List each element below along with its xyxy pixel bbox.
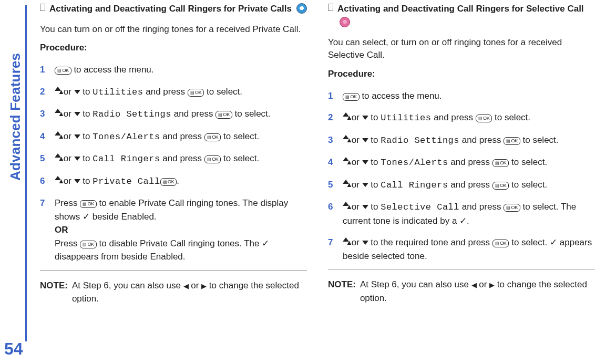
intro-text: You can select, or turn on or off ringin… bbox=[328, 36, 595, 61]
step-number: 3 bbox=[328, 133, 337, 148]
menu-name: Utilities bbox=[93, 87, 143, 97]
up-arrow-icon bbox=[55, 87, 61, 91]
text-period: . bbox=[177, 176, 179, 186]
note-text: At Step 6, you can also use bbox=[72, 280, 183, 290]
menu-name: Radio Settings bbox=[381, 136, 459, 145]
procedure-label: Procedure: bbox=[40, 43, 307, 53]
text-beside-enabled: beside Enabled. bbox=[90, 212, 157, 222]
section-heading-private: Activating and Deactivating Call Ringers… bbox=[40, 2, 307, 16]
text-to: to bbox=[80, 176, 93, 186]
text-and-press: and press bbox=[448, 157, 492, 167]
text-or: or bbox=[61, 109, 74, 119]
text-or: or bbox=[189, 280, 202, 290]
text-or: or bbox=[61, 176, 74, 186]
down-arrow-icon bbox=[74, 179, 80, 183]
text-or: or bbox=[349, 157, 362, 167]
ok-button-icon: OK bbox=[476, 115, 492, 122]
up-arrow-icon bbox=[55, 131, 61, 136]
text-or: or bbox=[349, 112, 362, 122]
text-to: to bbox=[80, 109, 93, 119]
note-block: NOTE: At Step 6, you can also use or to … bbox=[328, 278, 595, 305]
text-or: or bbox=[61, 87, 74, 97]
section-title-text: Activating and Deactivating Call Ringers… bbox=[49, 2, 307, 16]
text-period: . bbox=[467, 216, 469, 226]
note-body: At Step 6, you can also use or to change… bbox=[360, 278, 595, 305]
step-text: to access the menu. bbox=[360, 91, 442, 101]
step-7: 7 or to the required tone and press OK t… bbox=[328, 232, 595, 267]
text-or: or bbox=[349, 202, 362, 212]
step-number: 1 bbox=[328, 89, 337, 103]
two-column-layout: Activating and Deactivating Call Ringers… bbox=[40, 2, 595, 306]
ok-button-icon: OK bbox=[492, 182, 509, 190]
step-6: 6 or to Private CallOK. bbox=[40, 170, 307, 193]
bookmark-icon bbox=[328, 4, 333, 11]
step-2: 2 or to Utilities and press OK to select… bbox=[40, 81, 307, 103]
step-4: 4 or to Tones/Alerts and press OK to sel… bbox=[328, 151, 595, 174]
right-arrow-icon bbox=[201, 281, 207, 292]
up-arrow-icon bbox=[343, 112, 349, 117]
step-body: or to the required tone and press OK to … bbox=[343, 236, 595, 263]
text-disappears: disappears from beside Enabled. bbox=[55, 252, 186, 262]
ok-button-icon: OK bbox=[215, 111, 232, 119]
text-to-select: to select. bbox=[204, 87, 242, 97]
step-number: 3 bbox=[40, 107, 49, 121]
step-2: 2 or to Utilities and press OK to select… bbox=[328, 107, 595, 129]
up-arrow-icon bbox=[343, 202, 349, 206]
ok-button-icon: OK bbox=[188, 89, 204, 97]
down-arrow-icon bbox=[74, 134, 80, 139]
note-label: NOTE: bbox=[40, 279, 68, 306]
section-heading-selective: Activating and Deactivating Call Ringers… bbox=[328, 2, 595, 29]
step-number: 1 bbox=[40, 63, 49, 77]
up-arrow-icon bbox=[343, 237, 349, 242]
text-to: to bbox=[368, 135, 381, 145]
text-to: to bbox=[368, 202, 381, 212]
ok-button-icon: OK bbox=[80, 200, 97, 208]
text-and-press: and press bbox=[143, 87, 188, 97]
ok-button-icon: OK bbox=[492, 159, 509, 167]
menu-name: Utilities bbox=[381, 113, 431, 123]
note-body: At Step 6, you can also use or to change… bbox=[72, 279, 307, 306]
step-body: or to Tones/Alerts and press OK to selec… bbox=[55, 130, 307, 144]
ok-button-icon: OK bbox=[80, 241, 97, 248]
step-5: 5 or to Call Ringers and press OK to sel… bbox=[328, 174, 595, 196]
menu-name: Call Ringers bbox=[381, 180, 448, 190]
step-text: to access the menu. bbox=[71, 65, 154, 75]
down-arrow-icon bbox=[74, 157, 80, 161]
text-to: to bbox=[368, 112, 381, 122]
divider bbox=[40, 270, 307, 271]
check-icon bbox=[550, 237, 557, 247]
step-body: or to Utilities and press OK to select. bbox=[343, 111, 595, 125]
up-arrow-icon bbox=[343, 135, 349, 139]
down-arrow-icon bbox=[74, 112, 80, 116]
text-and-press: and press bbox=[448, 180, 492, 190]
title-label: Activating and Deactivating Call Ringers… bbox=[337, 4, 584, 14]
procedure-steps: 1 OK to access the menu. 2 or to Utiliti… bbox=[40, 58, 307, 268]
text-and-press: and press bbox=[432, 112, 476, 122]
text-or: or bbox=[349, 237, 362, 247]
step-body: or to Radio Settings and press OK to sel… bbox=[343, 133, 595, 148]
note-text: At Step 6, you can also use bbox=[360, 279, 471, 289]
text-to-select: to select. bbox=[492, 112, 530, 122]
menu-name: Call Ringers bbox=[93, 154, 160, 164]
page: Advanced Features 54 Activating and Deac… bbox=[0, 0, 616, 364]
down-arrow-icon bbox=[362, 241, 368, 245]
text-and-press: and press bbox=[459, 202, 504, 212]
text-to-select: to select. bbox=[232, 109, 271, 119]
left-column: Activating and Deactivating Call Ringers… bbox=[40, 2, 307, 306]
text-to-select: to select. bbox=[221, 131, 259, 141]
ok-button-icon: OK bbox=[492, 240, 509, 247]
title-label: Activating and Deactivating Call Ringers… bbox=[49, 4, 292, 14]
section-title-text: Activating and Deactivating Call Ringers… bbox=[337, 2, 595, 29]
menu-name: Private Call bbox=[93, 176, 160, 186]
step-number: 4 bbox=[328, 155, 337, 170]
step-3: 3 or to Radio Settings and press OK to s… bbox=[40, 103, 307, 126]
selective-call-icon bbox=[340, 17, 350, 27]
ok-button-icon: OK bbox=[504, 137, 520, 145]
down-arrow-icon bbox=[362, 116, 368, 120]
left-arrow-icon bbox=[183, 281, 189, 292]
page-number: 54 bbox=[4, 339, 23, 359]
step-number: 5 bbox=[328, 178, 337, 192]
text-to: to bbox=[80, 87, 93, 97]
text-or: or bbox=[61, 153, 74, 163]
step-number: 7 bbox=[328, 236, 337, 263]
